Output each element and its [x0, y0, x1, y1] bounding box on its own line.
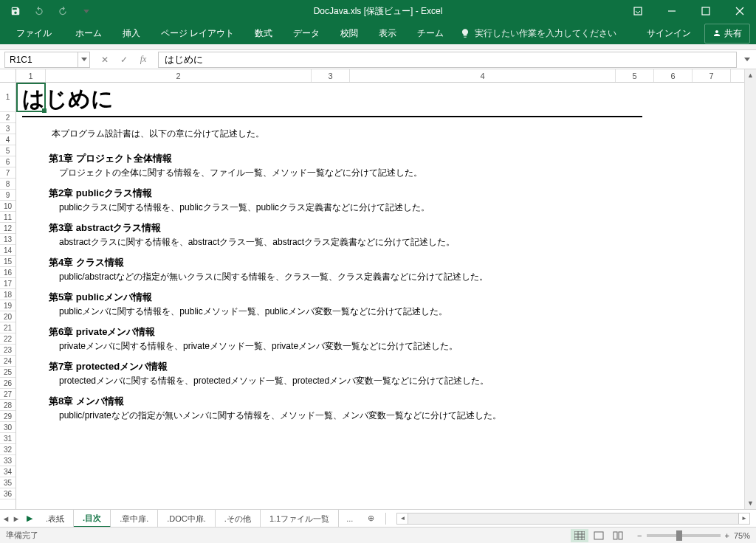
tab-formulas[interactable]: 数式 — [244, 22, 283, 44]
row-header[interactable]: 11 — [0, 212, 16, 223]
row-header[interactable]: 12 — [0, 223, 16, 234]
row-header[interactable]: 5 — [0, 145, 16, 156]
row-header[interactable]: 32 — [0, 444, 16, 455]
row-header[interactable]: 26 — [0, 378, 16, 389]
save-button[interactable] — [6, 1, 25, 21]
tab-view[interactable]: 表示 — [368, 22, 407, 44]
row-header[interactable]: 21 — [0, 322, 16, 333]
sheet-tab[interactable]: .DOC中扉. — [158, 510, 216, 528]
tell-me-search[interactable]: 実行したい作業を入力してください — [460, 27, 616, 40]
cancel-formula-button[interactable]: ✕ — [96, 52, 114, 68]
row-header[interactable]: 36 — [0, 488, 16, 499]
row-header[interactable]: 15 — [0, 256, 16, 267]
column-header[interactable]: 5 — [616, 69, 654, 82]
hscroll-track[interactable] — [408, 513, 738, 525]
row-header[interactable]: 2 — [0, 112, 16, 123]
sheet-tab[interactable]: .表紙 — [37, 510, 74, 528]
more-tabs-button[interactable]: ... — [339, 514, 360, 523]
row-header[interactable]: 24 — [0, 356, 16, 367]
zoom-out-button[interactable]: − — [637, 531, 642, 540]
row-header[interactable]: 8 — [0, 179, 16, 190]
zoom-in-button[interactable]: + — [725, 531, 729, 540]
tab-review[interactable]: 校閲 — [330, 22, 368, 44]
row-header[interactable]: 23 — [0, 345, 16, 356]
sheet-tab[interactable]: .章中扉. — [111, 510, 158, 528]
row-header[interactable]: 13 — [0, 234, 16, 245]
row-header[interactable]: 22 — [0, 333, 16, 345]
tab-page-layout[interactable]: ページ レイアウト — [151, 22, 244, 44]
chapter-description: public/abstractなどの指定が無いクラスに関する情報を、クラス一覧、… — [59, 271, 749, 283]
sheet-tab[interactable]: 1.1ファイル一覧 — [261, 510, 339, 528]
hscroll-left[interactable]: ◄ — [396, 513, 408, 525]
row-header[interactable]: 16 — [0, 267, 16, 278]
hscroll-right[interactable]: ► — [738, 513, 750, 525]
tab-insert[interactable]: 挿入 — [112, 22, 151, 44]
sheet-tab[interactable]: .目次 — [74, 510, 111, 528]
close-button[interactable] — [724, 0, 756, 22]
scroll-track[interactable] — [745, 83, 756, 497]
insert-function-button[interactable]: fx — [134, 52, 152, 68]
qat-customize-button[interactable] — [77, 1, 96, 21]
formula-bar-expand[interactable] — [741, 52, 753, 68]
row-header[interactable]: 9 — [0, 190, 16, 201]
row-header[interactable]: 6 — [0, 156, 16, 167]
scroll-down-button[interactable]: ▼ — [745, 497, 756, 509]
share-button[interactable]: 共有 — [704, 24, 750, 44]
column-header[interactable]: 4 — [350, 69, 616, 82]
redo-button[interactable] — [53, 1, 72, 21]
minimize-button[interactable] — [656, 0, 688, 22]
column-header[interactable]: 2 — [46, 69, 312, 82]
chapter-title: 第3章 abstractクラス情報 — [49, 221, 749, 235]
chapter-title: 第2章 publicクラス情報 — [49, 187, 749, 200]
zoom-slider[interactable] — [647, 534, 721, 537]
ribbon-options-button[interactable] — [622, 0, 654, 22]
row-header[interactable]: 4 — [0, 134, 16, 145]
row-header[interactable]: 17 — [0, 278, 16, 289]
formula-input[interactable]: はじめに — [158, 52, 737, 68]
row-header[interactable]: 34 — [0, 466, 16, 477]
enter-formula-button[interactable]: ✓ — [115, 52, 133, 68]
horizontal-scrollbar[interactable]: ◄ ► — [396, 513, 750, 525]
row-header[interactable]: 14 — [0, 245, 16, 256]
row-header[interactable]: 20 — [0, 311, 16, 322]
row-header[interactable]: 1 — [0, 83, 16, 112]
tab-data[interactable]: データ — [283, 22, 330, 44]
tab-file[interactable]: ファイル — [6, 22, 62, 44]
zoom-thumb[interactable] — [676, 530, 682, 541]
row-header[interactable]: 33 — [0, 455, 16, 466]
name-box-dropdown[interactable] — [78, 52, 90, 68]
row-header[interactable]: 29 — [0, 411, 16, 422]
normal-view-button[interactable] — [571, 529, 588, 542]
tab-nav-buttons[interactable]: ◄ ► — [0, 514, 22, 523]
row-header[interactable]: 27 — [0, 389, 16, 400]
row-header[interactable]: 35 — [0, 477, 16, 488]
page-layout-view-button[interactable] — [590, 529, 608, 542]
maximize-button[interactable] — [690, 0, 722, 22]
add-sheet-button[interactable]: ⊕ — [360, 513, 381, 523]
row-header[interactable]: 28 — [0, 400, 16, 411]
undo-button[interactable] — [30, 1, 49, 21]
tab-home[interactable]: ホーム — [65, 22, 112, 44]
select-all-corner[interactable] — [0, 69, 16, 82]
row-header[interactable]: 3 — [0, 123, 16, 134]
row-header[interactable]: 25 — [0, 367, 16, 378]
vertical-scrollbar[interactable]: ▲ ▼ — [744, 83, 756, 509]
row-header[interactable]: 30 — [0, 422, 16, 433]
tab-scroll-right[interactable]: ▶ — [22, 513, 37, 523]
tab-team[interactable]: チーム — [407, 22, 454, 44]
page-break-view-button[interactable] — [609, 529, 627, 542]
row-header[interactable]: 10 — [0, 201, 16, 212]
row-header[interactable]: 19 — [0, 300, 16, 311]
column-header[interactable]: 6 — [654, 69, 693, 82]
sheet-tab[interactable]: .その他 — [216, 510, 261, 528]
row-header[interactable]: 7 — [0, 167, 16, 179]
column-header[interactable]: 3 — [312, 69, 350, 82]
row-header[interactable]: 31 — [0, 433, 16, 444]
column-header[interactable]: 7 — [693, 69, 731, 82]
cell-grid[interactable]: はじめに 本プログラム設計書は、以下の章に分けて記述した。 第1章 プロジェクト… — [16, 83, 756, 509]
column-header[interactable]: 1 — [16, 69, 46, 82]
name-box[interactable]: R1C1 — [4, 52, 78, 68]
zoom-level[interactable]: 75% — [734, 531, 750, 540]
row-header[interactable]: 18 — [0, 289, 16, 300]
signin-link[interactable]: サインイン — [639, 27, 698, 40]
